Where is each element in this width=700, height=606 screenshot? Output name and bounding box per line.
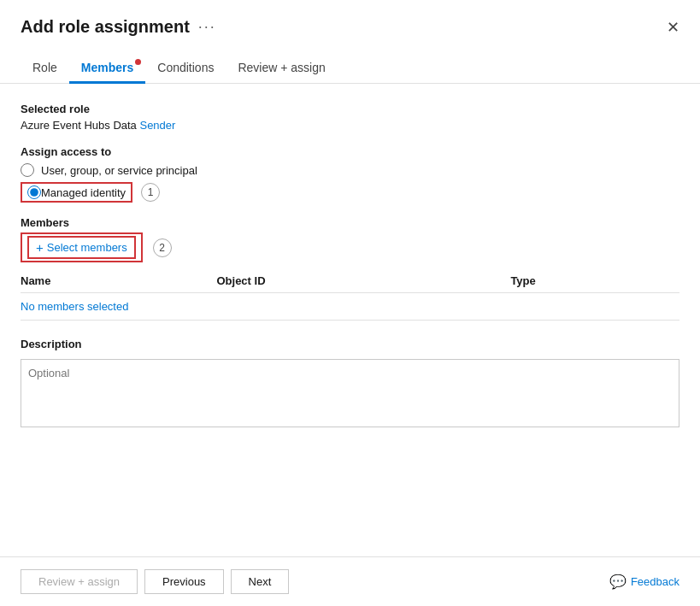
dialog-header: Add role assignment ··· ✕ [0, 0, 700, 37]
members-tab-dot [135, 59, 141, 65]
col-objectid: Object ID [216, 269, 510, 293]
radio-user-label: User, group, or service principal [41, 164, 197, 177]
members-table: Name Object ID Type No members selected [21, 269, 679, 321]
role-prefix: Azure Event Hubs Data [21, 119, 139, 132]
no-members-row: No members selected [21, 293, 679, 321]
tab-review-assign[interactable]: Review + assign [226, 54, 337, 84]
radio-managed[interactable] [27, 185, 41, 199]
radio-row-managed: Managed identity 1 [21, 182, 679, 203]
feedback-icon: 💬 [609, 574, 626, 590]
assign-access-label: Assign access to [21, 145, 679, 158]
dialog-title-row: Add role assignment ··· [21, 17, 216, 37]
members-table-head: Name Object ID Type [21, 269, 679, 293]
assign-access-radio-group: User, group, or service principal Manage… [21, 163, 679, 203]
more-options-icon[interactable]: ··· [198, 18, 216, 36]
tab-conditions[interactable]: Conditions [145, 54, 226, 84]
select-members-label: Select members [47, 241, 127, 254]
description-section: Description [21, 338, 679, 430]
tab-role[interactable]: Role [21, 54, 69, 84]
members-table-body: No members selected [21, 293, 679, 321]
members-label-row: + Select members 2 [21, 232, 679, 262]
members-section: Members + Select members 2 Name Object I… [21, 216, 679, 321]
selected-role-value: Azure Event Hubs Data Sender [21, 119, 679, 132]
plus-icon: + [36, 240, 44, 255]
dialog-body: Selected role Azure Event Hubs Data Send… [0, 84, 700, 556]
radio-user[interactable] [21, 163, 34, 177]
select-members-highlight: + Select members [21, 232, 143, 262]
no-members-text: No members selected [21, 293, 679, 321]
role-link[interactable]: Sender [139, 119, 175, 132]
members-section-label: Members [21, 216, 679, 229]
close-button[interactable]: ✕ [667, 20, 679, 35]
members-table-header-row: Name Object ID Type [21, 269, 679, 293]
tab-members[interactable]: Members [69, 54, 145, 84]
dialog-title: Add role assignment [21, 17, 190, 37]
previous-button[interactable]: Previous [144, 569, 224, 594]
members-step-badge: 2 [153, 238, 172, 257]
description-textarea[interactable] [21, 359, 679, 427]
review-assign-button[interactable]: Review + assign [21, 569, 138, 594]
feedback-label: Feedback [631, 575, 679, 588]
tab-bar: Role Members Conditions Review + assign [0, 44, 700, 84]
managed-step-badge: 1 [141, 183, 160, 202]
radio-row-user: User, group, or service principal [21, 163, 679, 177]
col-type: Type [510, 269, 679, 293]
assign-access-section: Assign access to User, group, or service… [21, 145, 679, 203]
dialog-footer: Review + assign Previous Next 💬 Feedback [0, 556, 700, 606]
add-role-assignment-dialog: Add role assignment ··· ✕ Role Members C… [0, 0, 700, 606]
selected-role-section: Selected role Azure Event Hubs Data Send… [21, 103, 679, 132]
col-name: Name [21, 269, 216, 293]
managed-identity-highlight: Managed identity [21, 182, 132, 203]
selected-role-label: Selected role [21, 103, 679, 115]
feedback-button[interactable]: 💬 Feedback [609, 574, 679, 590]
next-button[interactable]: Next [231, 569, 290, 594]
select-members-button[interactable]: + Select members [27, 236, 136, 259]
description-label: Description [21, 338, 679, 350]
radio-managed-label: Managed identity [41, 186, 126, 199]
